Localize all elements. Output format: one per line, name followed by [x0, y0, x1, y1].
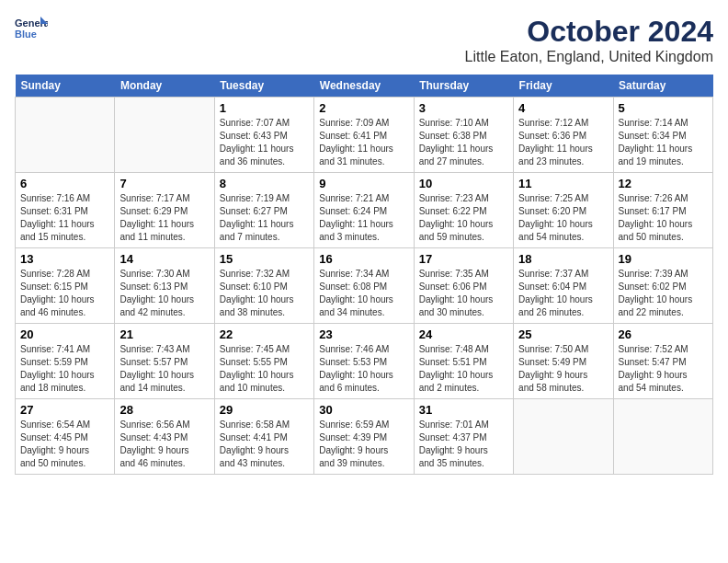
calendar-cell [613, 399, 712, 475]
day-header-wednesday: Wednesday [314, 75, 414, 98]
date-number: 13 [20, 252, 109, 266]
svg-text:Blue: Blue [15, 29, 37, 40]
cell-info: Sunrise: 7:01 AM Sunset: 4:37 PM Dayligh… [419, 419, 508, 470]
cell-info: Sunrise: 7:35 AM Sunset: 6:06 PM Dayligh… [419, 268, 508, 319]
date-number: 8 [220, 177, 309, 190]
date-number: 28 [119, 403, 209, 417]
date-number: 9 [319, 177, 408, 190]
week-row-5: 27Sunrise: 6:54 AM Sunset: 4:45 PM Dayli… [16, 399, 713, 475]
cell-info: Sunrise: 7:19 AM Sunset: 6:27 PM Dayligh… [220, 192, 309, 244]
month-year-title: October 2024 [465, 15, 713, 49]
location-subtitle: Little Eaton, England, United Kingdom [465, 49, 713, 65]
calendar-cell: 16Sunrise: 7:34 AM Sunset: 6:08 PM Dayli… [314, 248, 414, 324]
date-number: 31 [419, 403, 508, 417]
cell-info: Sunrise: 7:41 AM Sunset: 5:59 PM Dayligh… [20, 343, 109, 395]
cell-info: Sunrise: 7:39 AM Sunset: 6:02 PM Dayligh… [619, 268, 708, 319]
cell-info: Sunrise: 7:21 AM Sunset: 6:24 PM Dayligh… [319, 192, 408, 244]
calendar-cell: 10Sunrise: 7:23 AM Sunset: 6:22 PM Dayli… [414, 173, 513, 248]
date-number: 7 [119, 177, 209, 190]
date-number: 16 [319, 252, 408, 266]
calendar-cell: 19Sunrise: 7:39 AM Sunset: 6:02 PM Dayli… [613, 248, 712, 324]
calendar-cell: 14Sunrise: 7:30 AM Sunset: 6:13 PM Dayli… [115, 248, 214, 324]
week-row-2: 6Sunrise: 7:16 AM Sunset: 6:31 PM Daylig… [16, 173, 713, 248]
calendar-cell: 28Sunrise: 6:56 AM Sunset: 4:43 PM Dayli… [115, 399, 214, 475]
date-number: 23 [319, 327, 408, 341]
week-row-4: 20Sunrise: 7:41 AM Sunset: 5:59 PM Dayli… [16, 324, 713, 399]
calendar-cell: 7Sunrise: 7:17 AM Sunset: 6:29 PM Daylig… [115, 173, 214, 248]
calendar-cell: 24Sunrise: 7:48 AM Sunset: 5:51 PM Dayli… [414, 324, 513, 399]
cell-info: Sunrise: 7:46 AM Sunset: 5:53 PM Dayligh… [319, 343, 408, 395]
cell-info: Sunrise: 7:43 AM Sunset: 5:57 PM Dayligh… [119, 343, 209, 395]
cell-info: Sunrise: 7:28 AM Sunset: 6:15 PM Dayligh… [20, 268, 109, 319]
cell-info: Sunrise: 7:23 AM Sunset: 6:22 PM Dayligh… [419, 192, 508, 244]
day-header-monday: Monday [115, 75, 214, 98]
calendar-cell: 31Sunrise: 7:01 AM Sunset: 4:37 PM Dayli… [414, 399, 513, 475]
calendar-cell: 30Sunrise: 6:59 AM Sunset: 4:39 PM Dayli… [314, 399, 414, 475]
date-number: 1 [220, 101, 309, 115]
logo-icon: General Blue [15, 15, 48, 40]
logo: General Blue [15, 15, 48, 40]
cell-info: Sunrise: 7:32 AM Sunset: 6:10 PM Dayligh… [220, 268, 309, 319]
cell-info: Sunrise: 7:52 AM Sunset: 5:47 PM Dayligh… [619, 343, 708, 395]
date-number: 11 [518, 177, 608, 190]
date-number: 18 [518, 252, 608, 266]
cell-info: Sunrise: 7:16 AM Sunset: 6:31 PM Dayligh… [20, 192, 109, 244]
cell-info: Sunrise: 6:59 AM Sunset: 4:39 PM Dayligh… [319, 419, 408, 470]
calendar-cell: 17Sunrise: 7:35 AM Sunset: 6:06 PM Dayli… [414, 248, 513, 324]
calendar-cell: 6Sunrise: 7:16 AM Sunset: 6:31 PM Daylig… [16, 173, 115, 248]
day-header-saturday: Saturday [613, 75, 712, 98]
day-header-thursday: Thursday [414, 75, 513, 98]
date-number: 14 [119, 252, 209, 266]
cell-info: Sunrise: 7:25 AM Sunset: 6:20 PM Dayligh… [518, 192, 608, 244]
calendar-cell: 1Sunrise: 7:07 AM Sunset: 6:43 PM Daylig… [214, 98, 313, 173]
date-number: 6 [20, 177, 109, 190]
cell-info: Sunrise: 7:10 AM Sunset: 6:38 PM Dayligh… [419, 117, 508, 168]
date-number: 19 [619, 252, 708, 266]
cell-info: Sunrise: 7:12 AM Sunset: 6:36 PM Dayligh… [518, 117, 608, 168]
cell-info: Sunrise: 7:34 AM Sunset: 6:08 PM Dayligh… [319, 268, 408, 319]
calendar-title-block: October 2024 Little Eaton, England, Unit… [465, 15, 713, 65]
cell-info: Sunrise: 6:58 AM Sunset: 4:41 PM Dayligh… [220, 419, 309, 470]
calendar-cell: 12Sunrise: 7:26 AM Sunset: 6:17 PM Dayli… [613, 173, 712, 248]
calendar-cell: 27Sunrise: 6:54 AM Sunset: 4:45 PM Dayli… [16, 399, 115, 475]
date-number: 20 [20, 327, 109, 341]
date-number: 3 [419, 101, 508, 115]
date-number: 27 [20, 403, 109, 417]
calendar-cell: 2Sunrise: 7:09 AM Sunset: 6:41 PM Daylig… [314, 98, 414, 173]
cell-info: Sunrise: 6:56 AM Sunset: 4:43 PM Dayligh… [119, 419, 209, 470]
week-row-3: 13Sunrise: 7:28 AM Sunset: 6:15 PM Dayli… [16, 248, 713, 324]
day-header-friday: Friday [514, 75, 613, 98]
calendar-cell: 13Sunrise: 7:28 AM Sunset: 6:15 PM Dayli… [16, 248, 115, 324]
day-header-tuesday: Tuesday [214, 75, 313, 98]
day-header-sunday: Sunday [16, 75, 115, 98]
calendar-cell: 8Sunrise: 7:19 AM Sunset: 6:27 PM Daylig… [214, 173, 313, 248]
cell-info: Sunrise: 7:50 AM Sunset: 5:49 PM Dayligh… [518, 343, 608, 395]
calendar-cell: 26Sunrise: 7:52 AM Sunset: 5:47 PM Dayli… [613, 324, 712, 399]
calendar-cell: 21Sunrise: 7:43 AM Sunset: 5:57 PM Dayli… [115, 324, 214, 399]
date-number: 24 [419, 327, 508, 341]
days-header-row: SundayMondayTuesdayWednesdayThursdayFrid… [16, 75, 713, 98]
date-number: 30 [319, 403, 408, 417]
date-number: 2 [319, 101, 408, 115]
cell-info: Sunrise: 7:09 AM Sunset: 6:41 PM Dayligh… [319, 117, 408, 168]
date-number: 17 [419, 252, 508, 266]
calendar-cell: 20Sunrise: 7:41 AM Sunset: 5:59 PM Dayli… [16, 324, 115, 399]
calendar-cell: 29Sunrise: 6:58 AM Sunset: 4:41 PM Dayli… [214, 399, 313, 475]
calendar-cell: 18Sunrise: 7:37 AM Sunset: 6:04 PM Dayli… [514, 248, 613, 324]
cell-info: Sunrise: 7:26 AM Sunset: 6:17 PM Dayligh… [619, 192, 708, 244]
date-number: 5 [619, 101, 708, 115]
calendar-cell [16, 98, 115, 173]
date-number: 4 [518, 101, 608, 115]
date-number: 21 [119, 327, 209, 341]
calendar-cell: 9Sunrise: 7:21 AM Sunset: 6:24 PM Daylig… [314, 173, 414, 248]
date-number: 10 [419, 177, 508, 190]
date-number: 15 [220, 252, 309, 266]
cell-info: Sunrise: 7:14 AM Sunset: 6:34 PM Dayligh… [619, 117, 708, 168]
calendar-cell [514, 399, 613, 475]
calendar-cell [115, 98, 214, 173]
cell-info: Sunrise: 7:37 AM Sunset: 6:04 PM Dayligh… [518, 268, 608, 319]
calendar-cell: 4Sunrise: 7:12 AM Sunset: 6:36 PM Daylig… [514, 98, 613, 173]
cell-info: Sunrise: 7:07 AM Sunset: 6:43 PM Dayligh… [220, 117, 309, 168]
calendar-cell: 23Sunrise: 7:46 AM Sunset: 5:53 PM Dayli… [314, 324, 414, 399]
calendar-cell: 25Sunrise: 7:50 AM Sunset: 5:49 PM Dayli… [514, 324, 613, 399]
